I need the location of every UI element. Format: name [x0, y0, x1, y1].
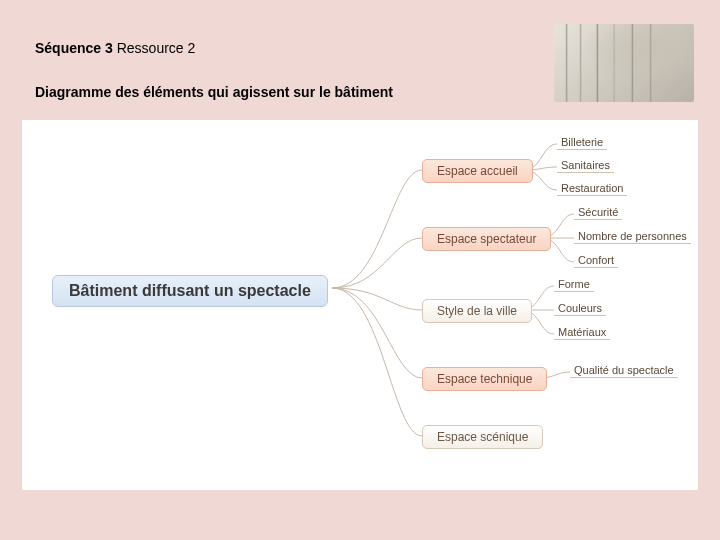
sequence-bold: Séquence 3 [35, 40, 113, 56]
branch-espace-accueil: Espace accueil [422, 159, 533, 183]
branch-espace-scenique: Espace scénique [422, 425, 543, 449]
leaf-forme: Forme [554, 278, 594, 292]
branch-style-ville: Style de la ville [422, 299, 532, 323]
city-model-image [554, 24, 694, 102]
leaf-restauration: Restauration [557, 182, 627, 196]
leaf-confort: Confort [574, 254, 618, 268]
sequence-light: Ressource 2 [113, 40, 195, 56]
leaf-nombre-personnes: Nombre de personnes [574, 230, 691, 244]
branch-espace-spectateur: Espace spectateur [422, 227, 551, 251]
leaf-billeterie: Billeterie [557, 136, 607, 150]
mindmap-diagram: Bâtiment diffusant un spectacle Espace a… [22, 120, 698, 490]
leaf-qualite-spectacle: Qualité du spectacle [570, 364, 678, 378]
leaf-sanitaires: Sanitaires [557, 159, 614, 173]
root-node: Bâtiment diffusant un spectacle [52, 275, 328, 307]
leaf-couleurs: Couleurs [554, 302, 606, 316]
leaf-materiaux: Matériaux [554, 326, 610, 340]
branch-espace-technique: Espace technique [422, 367, 547, 391]
leaf-securite: Sécurité [574, 206, 622, 220]
